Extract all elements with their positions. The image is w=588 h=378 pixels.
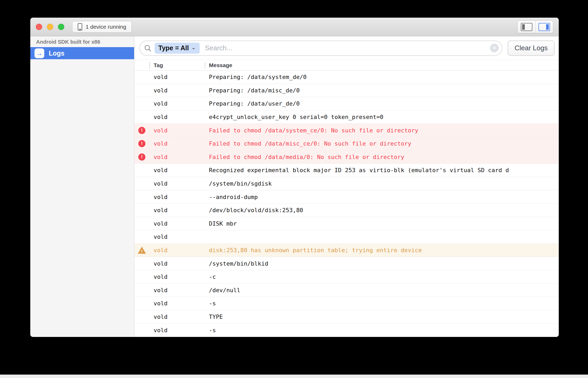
log-tag: vold [149, 220, 205, 227]
sidebar: Android SDK built for x86 → Logs [30, 36, 134, 337]
log-message: /system/bin/sgdisk [205, 180, 559, 187]
app-window: 1 device running Android SDK built for x… [30, 18, 559, 337]
log-level-cell: ! [134, 127, 149, 134]
log-row[interactable]: voldPreparing: /data/system_de/0 [134, 71, 559, 84]
log-tag: vold [149, 127, 205, 134]
log-row[interactable]: !voldFailed to chmod /data/media/0: No s… [134, 151, 559, 164]
log-level-cell: ! [134, 153, 149, 161]
toggle-left-panel-button[interactable] [518, 21, 535, 33]
error-icon: ! [138, 127, 145, 134]
log-message: TYPE [205, 314, 559, 320]
log-row[interactable]: voldPreparing: /data/user_de/0 [134, 97, 559, 111]
desktop-strip [0, 375, 588, 378]
log-message: -s [205, 300, 559, 307]
search-icon [144, 44, 151, 52]
log-row[interactable]: vold [134, 230, 559, 244]
log-message: Recognized experimental block major ID 2… [205, 167, 559, 173]
log-row[interactable]: vold-s [134, 324, 559, 337]
log-tag: vold [149, 74, 205, 80]
log-row[interactable]: !volddisk:253,80 has unknown partition t… [134, 244, 559, 257]
window-content: Android SDK built for x86 → Logs Type = … [30, 36, 559, 337]
clear-search-button[interactable]: ✕ [490, 44, 499, 52]
log-tag: vold [149, 233, 205, 240]
log-row[interactable]: voldPreparing: /data/misc_de/0 [134, 84, 559, 97]
log-tag: vold [149, 140, 205, 147]
log-tag: vold [149, 154, 205, 160]
clear-logs-button[interactable]: Clear Logs [508, 41, 555, 56]
table-header: Tag Message [134, 60, 559, 71]
column-header-message[interactable]: Message [205, 62, 559, 68]
log-message: /dev/block/vold/disk:253,80 [205, 207, 559, 213]
search-placeholder: Search... [205, 44, 232, 52]
log-tag: vold [149, 194, 205, 200]
chevron-down-icon: ⌄ [191, 45, 196, 51]
close-window-button[interactable] [36, 24, 42, 30]
log-row[interactable]: vold/dev/block/vold/disk:253,80 [134, 204, 559, 217]
log-message: Preparing: /data/user_de/0 [205, 100, 559, 107]
type-filter-label: Type = All [158, 44, 189, 52]
log-tag: vold [149, 167, 205, 173]
screen: 1 device running Android SDK built for x… [0, 0, 588, 378]
log-tag: vold [149, 273, 205, 280]
search-field[interactable]: Type = All ⌄ Search... ✕ [139, 41, 502, 56]
log-message: DISK mbr [205, 220, 559, 227]
log-row[interactable]: vold/dev/null [134, 284, 559, 297]
column-header-tag[interactable]: Tag [149, 62, 205, 68]
error-icon: ! [138, 140, 145, 147]
phone-icon [78, 23, 82, 31]
log-tag: vold [149, 314, 205, 320]
log-row[interactable]: vold/system/bin/sgdisk [134, 177, 559, 191]
warning-icon: ! [138, 247, 146, 254]
log-level-cell: ! [134, 247, 149, 254]
log-tag: vold [149, 180, 205, 187]
log-list: voldPreparing: /data/system_de/0voldPrep… [134, 71, 559, 337]
log-message: /system/bin/blkid [205, 260, 559, 267]
log-tag: vold [149, 327, 205, 334]
log-message: -s [205, 327, 559, 334]
log-level-cell: ! [134, 140, 149, 147]
log-row[interactable]: vold-s [134, 297, 559, 310]
device-name-header: Android SDK built for x86 [30, 36, 134, 47]
log-tag: vold [149, 287, 205, 294]
log-row[interactable]: voldRecognized experimental block major … [134, 164, 559, 177]
log-tag: vold [149, 114, 205, 120]
log-tag: vold [149, 207, 205, 213]
log-toolbar: Type = All ⌄ Search... ✕ Clear Logs [134, 36, 559, 60]
type-filter-token[interactable]: Type = All ⌄ [155, 43, 200, 54]
log-message: Failed to chmod /data/misc_ce/0: No such… [205, 140, 559, 147]
log-message: disk:253,80 has unknown partition table;… [205, 247, 559, 253]
log-row[interactable]: !voldFailed to chmod /data/system_ce/0: … [134, 124, 559, 137]
log-panel: Type = All ⌄ Search... ✕ Clear Logs Tag … [134, 36, 559, 337]
right-panel-icon [538, 23, 550, 31]
zoom-window-button[interactable] [58, 24, 64, 30]
panel-toggle-group [517, 21, 553, 33]
log-message: --android-dump [205, 194, 559, 200]
log-row[interactable]: volde4crypt_unlock_user_key 0 serial=0 t… [134, 111, 559, 124]
device-running-button[interactable]: 1 device running [72, 21, 132, 33]
titlebar[interactable]: 1 device running [30, 18, 559, 36]
toggle-right-panel-button[interactable] [535, 21, 553, 33]
log-message: e4crypt_unlock_user_key 0 serial=0 token… [205, 114, 559, 120]
log-message: Preparing: /data/system_de/0 [205, 74, 559, 80]
log-row[interactable]: voldTYPE [134, 310, 559, 324]
log-message: Failed to chmod /data/system_ce/0: No su… [205, 127, 559, 134]
error-icon: ! [138, 153, 145, 161]
log-tag: vold [149, 100, 205, 107]
traffic-lights [36, 24, 64, 30]
log-message: -c [205, 273, 559, 280]
log-tag: vold [149, 260, 205, 267]
sidebar-item-logs-label: Logs [49, 49, 65, 57]
log-row[interactable]: voldDISK mbr [134, 217, 559, 231]
log-row[interactable]: vold--android-dump [134, 190, 559, 204]
log-tag: vold [149, 247, 205, 253]
device-running-label: 1 device running [86, 24, 126, 30]
log-row[interactable]: !voldFailed to chmod /data/misc_ce/0: No… [134, 137, 559, 151]
log-tag: vold [149, 300, 205, 307]
sidebar-item-logs[interactable]: → Logs [30, 47, 134, 59]
minimize-window-button[interactable] [47, 24, 53, 30]
log-message: Preparing: /data/misc_de/0 [205, 87, 559, 94]
log-row[interactable]: vold-c [134, 270, 559, 284]
log-tag: vold [149, 87, 205, 94]
log-row[interactable]: vold/system/bin/blkid [134, 257, 559, 270]
left-panel-icon [521, 23, 532, 31]
